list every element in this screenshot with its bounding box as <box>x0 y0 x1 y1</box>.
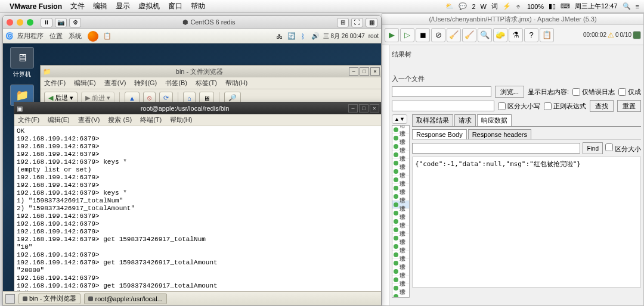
menu-window[interactable]: 窗口 <box>168 1 182 11</box>
subtab-body[interactable]: Response Body <box>412 129 467 139</box>
clock[interactable]: 周三上午12:47 <box>575 2 618 11</box>
fb-menu-help[interactable]: 帮助(H) <box>225 79 247 88</box>
term-menu-terminal[interactable]: 终端(T) <box>140 115 162 124</box>
templates-button[interactable]: 📋 <box>540 28 554 42</box>
browse-button[interactable]: 浏览... <box>495 86 524 98</box>
siri-icon[interactable]: ≡ <box>636 3 639 10</box>
status-power-icon[interactable]: ⚡ <box>503 2 511 10</box>
vm-devices-button[interactable]: ▦ <box>366 18 377 27</box>
fb-menu-go[interactable]: 转到(G) <box>134 79 157 88</box>
request-list[interactable]: 请求请求请求请求请求请求请求请求请求请求请求请求请求请求请求请求请求请求请求请求… <box>392 125 410 298</box>
term-menu-view[interactable]: 查看(V) <box>78 115 100 124</box>
regex-checkbox[interactable]: 正则表达式 <box>544 102 586 111</box>
places-menu[interactable]: 位置 <box>49 32 63 40</box>
run-no-timers-button[interactable]: ▷ <box>400 28 414 42</box>
zoom-button[interactable] <box>27 19 33 26</box>
menu-view[interactable]: 显示 <box>116 1 130 11</box>
centos-icon[interactable]: 🌀 <box>5 32 14 40</box>
taskbar-item-filebrowser[interactable]: bin - 文件浏览器 <box>18 293 80 304</box>
volume-icon[interactable]: 🔊 <box>311 32 320 40</box>
fb-menu-bookmarks[interactable]: 书签(B) <box>165 79 187 88</box>
applications-menu[interactable]: 应用程序 <box>17 32 44 40</box>
status-dict-icon[interactable]: 词 <box>491 2 498 11</box>
maximize-window-button[interactable]: □ <box>360 67 369 76</box>
clear-button[interactable]: 🧹 <box>447 28 461 42</box>
search-icon[interactable]: 🔍 <box>623 2 631 10</box>
updates-icon[interactable]: 🔄 <box>287 32 296 40</box>
case-sensitive-checkbox[interactable]: 区分大小写 <box>498 102 540 111</box>
status-w-icon[interactable]: W <box>481 3 487 10</box>
warning-icon[interactable]: ⚠ <box>608 31 614 39</box>
term-menu-help[interactable]: 帮助(H) <box>170 115 192 124</box>
list-item[interactable]: 请求 <box>392 292 409 298</box>
vm-settings-button[interactable]: ⚙ <box>69 18 81 27</box>
term-minimize-button[interactable]: – <box>348 104 358 113</box>
vm-snapshot-button[interactable]: 📷 <box>55 18 67 27</box>
app-name[interactable]: VMware Fusion <box>10 2 62 11</box>
scroll-control[interactable]: ▲▼ <box>392 114 407 124</box>
jmeter-tree[interactable] <box>382 45 389 305</box>
wifi-icon[interactable]: ᯤ <box>516 3 522 10</box>
status-cloud-icon[interactable]: ⛅ <box>445 2 454 10</box>
terminal-body[interactable]: OK 192.168.199.142:6379> 192.168.199.142… <box>14 126 382 302</box>
search-button[interactable]: 🔍 <box>478 28 492 42</box>
errors-only-checkbox[interactable]: 仅错误日志 <box>572 88 615 96</box>
fb-menu-edit[interactable]: 编辑(E) <box>74 79 96 88</box>
tab-request[interactable]: 请求 <box>454 114 476 126</box>
vm-suspend-button[interactable]: ⏸ <box>41 18 52 27</box>
minimize-button[interactable] <box>17 19 23 26</box>
reset-button[interactable]: 重置 <box>617 100 641 112</box>
panel-clock[interactable]: 三 8月 26 00:47 <box>323 32 365 40</box>
tab-sampler[interactable]: 取样器结果 <box>412 114 453 126</box>
reset-search-button[interactable]: 🧽 <box>493 28 507 42</box>
menu-vm[interactable]: 虚拟机 <box>138 1 160 11</box>
tab-response[interactable]: 响应数据 <box>477 114 512 126</box>
stop-button[interactable]: ◼ <box>416 28 430 42</box>
panel-user[interactable]: root <box>369 33 379 39</box>
menu-file[interactable]: 文件 <box>70 1 85 11</box>
vm-view-button[interactable]: ⊞ <box>337 18 349 27</box>
find-button[interactable]: Find <box>583 142 602 154</box>
jmeter-title: (/Users/chenyanbin/HTTP请求.jmx) - Apache … <box>382 14 643 25</box>
term-menu-edit[interactable]: 编辑(E) <box>48 115 70 124</box>
run-button[interactable]: ▶ <box>385 28 399 42</box>
term-maximize-button[interactable]: □ <box>359 104 369 113</box>
bluetooth-icon[interactable]: ᛒ <box>299 32 308 40</box>
guest-desktop[interactable]: 🌀 应用程序 位置 系统 📋 🖧 🔄 ᛒ 🔊 三 8月 26 00:47 roo… <box>3 29 381 305</box>
ime-icon[interactable]: ⌨ <box>561 2 570 10</box>
menu-edit[interactable]: 编辑 <box>93 1 107 11</box>
shutdown-button[interactable]: ⊘ <box>431 28 445 42</box>
vm-fullscreen-button[interactable]: ⛶ <box>351 18 363 27</box>
show-desktop-button[interactable] <box>5 294 15 304</box>
response-body[interactable]: {"code":-1,"data":null,"msg":"红包被抢完啦"} <box>412 157 641 288</box>
function-helper-button[interactable]: ⚗ <box>509 28 523 42</box>
clear-all-button[interactable]: 🧹 <box>462 28 476 42</box>
subtab-headers[interactable]: Response headers <box>468 129 531 139</box>
search-button[interactable]: 查找 <box>590 100 614 112</box>
find-case-checkbox[interactable]: 区分大小 <box>605 143 641 154</box>
firefox-icon[interactable] <box>88 31 98 42</box>
close-button[interactable] <box>7 19 13 26</box>
battery-icon[interactable]: ▮▯ <box>549 2 556 10</box>
term-menu-file[interactable]: 文件(F) <box>18 115 39 124</box>
fb-menu-tabs[interactable]: 标签(T) <box>196 79 217 88</box>
launcher-icon[interactable]: 📋 <box>103 32 112 40</box>
success-only-checkbox[interactable]: 仅成 <box>618 88 641 96</box>
system-menu[interactable]: 系统 <box>69 32 82 40</box>
fb-menu-view[interactable]: 查看(V) <box>104 79 126 88</box>
term-menu-search[interactable]: 搜索 (S) <box>108 115 132 124</box>
file-input[interactable] <box>392 86 491 97</box>
menu-help[interactable]: 帮助 <box>191 1 205 11</box>
close-window-button[interactable]: × <box>370 67 380 76</box>
search-field[interactable] <box>392 101 494 111</box>
status-wechat-icon[interactable]: 💬 <box>459 2 467 10</box>
term-close-button[interactable]: × <box>370 104 379 113</box>
taskbar-item-terminal[interactable]: root@apple:/usr/local... <box>84 293 166 304</box>
terminal-menu: 文件(F) 编辑(E) 查看(V) 搜索 (S) 终端(T) 帮助(H) <box>14 114 382 126</box>
minimize-window-button[interactable]: – <box>349 67 358 76</box>
fb-menu-file[interactable]: 文件(F) <box>44 79 66 88</box>
computer-icon[interactable]: 🖥 计算机 <box>8 47 36 79</box>
find-input[interactable] <box>412 143 580 154</box>
network-icon[interactable]: 🖧 <box>275 32 284 40</box>
help-button[interactable]: ? <box>524 28 538 42</box>
